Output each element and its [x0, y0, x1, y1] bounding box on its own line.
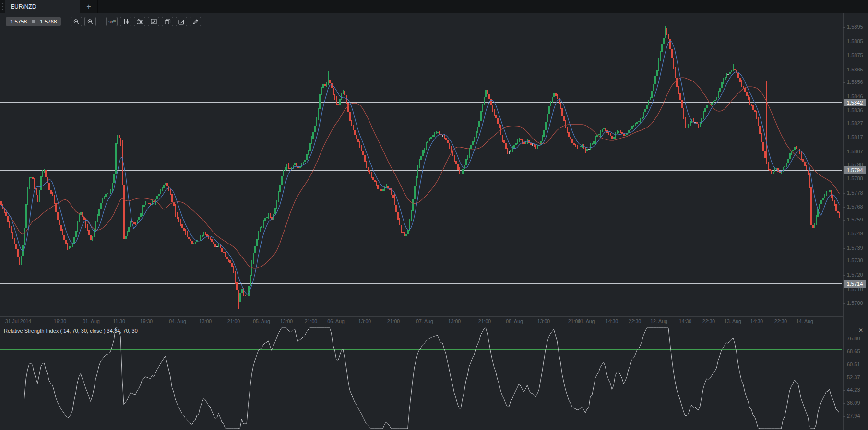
- candle-body: [52, 194, 53, 196]
- candle-body: [297, 166, 299, 168]
- candle-body: [449, 143, 450, 147]
- candle-body: [444, 136, 445, 138]
- time-axis-label: 13:00: [358, 318, 371, 324]
- candle-body: [276, 201, 277, 208]
- candle-body: [326, 84, 327, 86]
- candle-body: [387, 186, 389, 187]
- candle-body: [386, 186, 387, 186]
- candle-body: [779, 172, 781, 174]
- rsi-indicator-chart[interactable]: [0, 326, 843, 430]
- candle-body: [279, 185, 281, 192]
- candle-body: [565, 121, 566, 127]
- candle-body: [27, 189, 28, 204]
- price-axis-tick: [843, 220, 845, 221]
- price-axis[interactable]: 1.58951.58851.58751.58651.58561.58461.58…: [843, 13, 868, 430]
- candle-body: [711, 103, 713, 105]
- time-axis-label: 22:30: [629, 318, 641, 324]
- candle-body: [725, 77, 726, 80]
- candle-body: [289, 168, 291, 169]
- candle-body: [347, 103, 349, 112]
- time-axis[interactable]: 31 Jul 201419:3001. Aug11:3019:3004. Aug…: [0, 316, 843, 326]
- candle-body: [108, 193, 110, 193]
- candle-body: [605, 128, 606, 130]
- candle-body: [135, 224, 136, 224]
- indicators-button[interactable]: [134, 17, 145, 26]
- candle-body: [797, 149, 799, 149]
- price-axis-tick: [843, 261, 845, 261]
- time-axis-label: 12. Aug: [650, 318, 667, 324]
- candle-body: [462, 169, 464, 174]
- candle-body: [127, 232, 128, 236]
- drag-handle-icon[interactable]: [0, 0, 5, 13]
- candle-body: [771, 171, 772, 174]
- candle-body: [497, 118, 499, 124]
- candle-body: [519, 139, 520, 141]
- candle-body: [706, 105, 708, 108]
- time-axis-label: 04. Aug: [169, 318, 186, 324]
- candle-body: [9, 222, 10, 227]
- rsi-axis-tick: [843, 339, 845, 339]
- candle-body: [492, 105, 493, 110]
- price-axis-tick: [843, 193, 845, 194]
- price-axis-label: 1.5739: [847, 245, 863, 251]
- time-axis-label: 11. Aug: [578, 318, 595, 324]
- candle-body: [191, 241, 193, 244]
- close-icon: ✕: [858, 327, 863, 334]
- edit-button[interactable]: [176, 17, 187, 26]
- candle-body: [618, 131, 619, 132]
- price-axis-label: 1.5759: [847, 217, 863, 222]
- tab-symbol-label: EUR/NZD: [11, 3, 36, 10]
- candle-body: [515, 143, 517, 145]
- ma-slow-line[interactable]: [1, 78, 839, 268]
- zoom-out-button[interactable]: [71, 17, 82, 26]
- candle-body: [283, 171, 284, 176]
- candle-body: [685, 117, 686, 126]
- chart-tab-bar: EUR/NZD +: [0, 0, 868, 13]
- candle-body: [211, 239, 213, 241]
- candle-body: [14, 239, 15, 244]
- candle-body: [48, 183, 50, 190]
- candle-body: [550, 101, 551, 106]
- ma-fast-line[interactable]: [1, 41, 839, 294]
- candle-body: [683, 108, 684, 117]
- time-axis-label: 21:00: [305, 318, 317, 324]
- candle-body: [429, 139, 430, 141]
- time-axis-label: 11:30: [113, 318, 125, 324]
- candle-body: [573, 143, 575, 145]
- candle-body: [241, 289, 243, 293]
- candle-body: [231, 263, 233, 267]
- candle-body: [250, 275, 251, 286]
- new-tab-button[interactable]: +: [80, 0, 98, 13]
- candle-body: [434, 134, 435, 135]
- candle-body: [119, 135, 120, 138]
- chart-type-button[interactable]: [120, 17, 131, 26]
- tab-eurnzd[interactable]: EUR/NZD: [5, 0, 80, 13]
- candle-body: [185, 231, 186, 234]
- duplicate-button[interactable]: [162, 17, 173, 26]
- price-axis-label: 1.5836: [847, 107, 863, 113]
- candle-body: [439, 132, 440, 134]
- candle-body: [357, 139, 359, 143]
- candle-body: [414, 186, 416, 199]
- candle-body: [140, 213, 142, 217]
- candle-body: [552, 97, 553, 101]
- candle-body: [792, 150, 794, 151]
- candle-body: [451, 147, 452, 151]
- zoom-in-button[interactable]: [84, 17, 96, 26]
- draw-button[interactable]: [190, 17, 201, 26]
- candle-body: [537, 146, 538, 148]
- rsi-axis-tick: [843, 352, 845, 352]
- candle-body: [603, 128, 605, 130]
- candle-body: [92, 236, 93, 240]
- candle-body: [713, 101, 714, 103]
- candle-body: [334, 95, 335, 98]
- main-price-chart[interactable]: [0, 13, 843, 316]
- timeframe-button[interactable]: 30m: [106, 17, 118, 26]
- candle-body: [721, 82, 723, 87]
- expand-button[interactable]: [148, 17, 159, 26]
- candle-body: [274, 208, 276, 214]
- candle-body: [17, 249, 19, 257]
- rsi-close-button[interactable]: ✕: [857, 326, 865, 334]
- price-axis-tick: [843, 124, 845, 124]
- candle-body: [382, 189, 384, 191]
